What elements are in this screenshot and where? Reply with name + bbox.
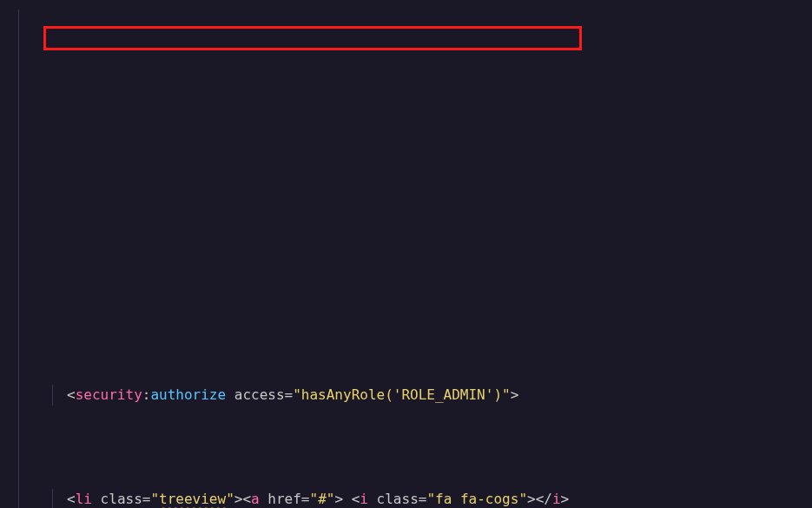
code-line[interactable]: <li class="treeview"><a href="#"> <i cla… xyxy=(0,489,812,508)
code-editor[interactable]: <security:authorize access="hasAnyRole('… xyxy=(0,0,812,508)
code-line[interactable]: <security:authorize access="hasAnyRole('… xyxy=(0,385,812,406)
highlight-selection-box xyxy=(43,26,582,50)
